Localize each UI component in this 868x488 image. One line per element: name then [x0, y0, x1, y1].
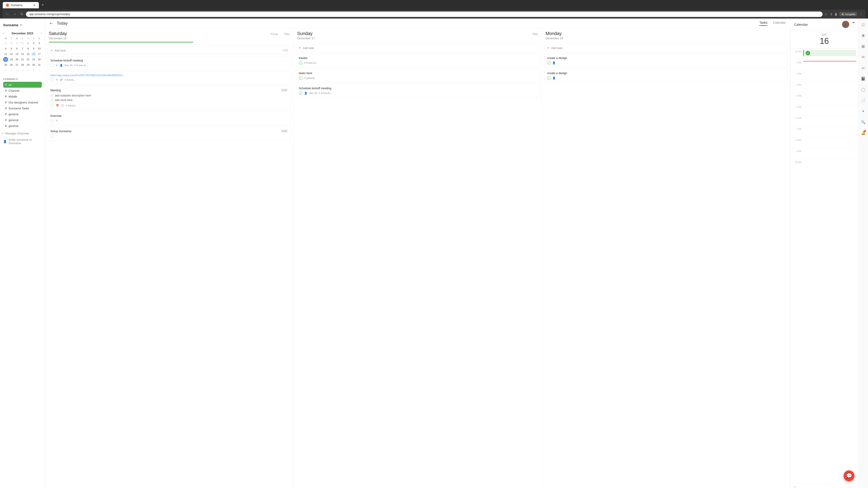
channel-item-general2[interactable]: # general [3, 117, 42, 123]
sync-icon[interactable]: ⇄ [860, 65, 866, 71]
mail-icon[interactable]: ✉ [860, 54, 866, 60]
invite-button[interactable]: 👤 Invite someone to Sunsama [0, 136, 45, 147]
grid-icon[interactable]: ◫ [860, 21, 866, 28]
channel-item-middle[interactable]: # Middle [3, 94, 42, 99]
cal-day-29om[interactable]: 29 [14, 41, 20, 46]
cal-day-10[interactable]: 10 [37, 46, 42, 51]
cal-day-12[interactable]: 12 [9, 52, 14, 57]
task-card-url[interactable]: https://app.asana.com/0/1206174676385119… [48, 71, 291, 84]
search-icon[interactable]: 🔍 [860, 119, 866, 125]
forward-button[interactable]: → [12, 11, 18, 17]
cal-day-7[interactable]: 7 [20, 46, 25, 51]
cal-day-8[interactable]: 8 [26, 46, 31, 51]
add-task-sunday[interactable]: + Add task [296, 44, 539, 52]
task-card-travels[interactable]: travels ✓ # Cross-fu... [296, 54, 539, 67]
task-card-tasks-here[interactable]: tasks here ✓ # general [296, 69, 539, 82]
cal-day-5-next[interactable]: 5 [26, 68, 31, 73]
task-check-schedule[interactable] [51, 64, 54, 67]
task-check-exercise[interactable] [51, 119, 54, 123]
tab-close-icon[interactable]: ✕ [33, 3, 36, 7]
bookmark-icon[interactable]: ☆ [825, 12, 828, 16]
tab-calendar[interactable]: Calendar [773, 21, 786, 26]
manage-channels-button[interactable]: + Manage Channels [0, 131, 45, 136]
task-card-design1[interactable]: create a design ✓ 👤 [544, 54, 788, 67]
cal-day-6[interactable]: 6 [14, 46, 20, 51]
plan-button-sunday[interactable]: Plan [532, 33, 538, 36]
cal-day-7-next[interactable]: 7 [37, 68, 42, 73]
cal-day-30[interactable]: 30 [31, 62, 36, 67]
panel-close-icon[interactable]: ⇥ [852, 21, 855, 28]
back-button[interactable]: ← [5, 11, 10, 17]
cal-day-25[interactable]: 25 [3, 62, 8, 67]
subtask-check-2[interactable]: ✓ [51, 98, 54, 102]
task-card-schedule-sunday[interactable]: Schedule kickoff meeting ✓ 👤 Dec 20 # Cr… [296, 84, 539, 97]
mini-cal-next-button[interactable]: › [41, 31, 42, 35]
task-card-exercise[interactable]: Exercise ↻ [48, 111, 291, 125]
task-card-design2[interactable]: create a design ✓ 👤 [544, 69, 788, 82]
collapse-left-button[interactable]: ⇤ [50, 21, 53, 26]
cal-day-1[interactable]: 1 [26, 41, 31, 46]
task-check-travels[interactable]: ✓ [299, 61, 303, 65]
cal-day-13[interactable]: 13 [14, 52, 20, 57]
add-event-button[interactable]: + [790, 483, 858, 488]
cal-day-6-next[interactable]: 6 [31, 68, 36, 73]
cal-day-5[interactable]: 5 [9, 46, 14, 51]
task-check-meeting[interactable] [51, 104, 54, 107]
fab-button[interactable]: 💬 [844, 470, 855, 481]
cal-day-3[interactable]: 3 [37, 41, 42, 46]
cal-day-27[interactable]: 27 [14, 62, 20, 67]
task-check-setup[interactable] [51, 134, 54, 138]
task-check-design1[interactable]: ✓ [547, 61, 551, 65]
cal-day-22[interactable]: 22 [26, 57, 31, 62]
cal-day-26[interactable]: 26 [9, 62, 14, 67]
cal-day-4-next[interactable]: 4 [20, 68, 25, 73]
cal-day-28om[interactable]: 28 [9, 41, 14, 46]
notification-icon[interactable]: 🔔 4 [860, 130, 866, 136]
channel-item-general3[interactable]: # general [3, 123, 42, 129]
cal-day-3-next[interactable]: 3 [14, 68, 20, 73]
channel-item-all[interactable]: # all [3, 82, 42, 88]
menu-icon[interactable]: ⋮ [860, 12, 863, 16]
cal-day-21[interactable]: 21 [20, 57, 25, 62]
cal-day-19[interactable]: 19 [9, 57, 14, 62]
cal-day-2[interactable]: 2 [31, 41, 36, 46]
cal-day-4[interactable]: 4 [3, 46, 8, 51]
cal-day-17[interactable]: 17 [37, 52, 42, 57]
url-bar[interactable]: app.sunsama.com/group/moodjoy [26, 11, 823, 17]
notebook-icon[interactable]: 📓 [860, 75, 866, 82]
focus-button[interactable]: Focus [271, 33, 278, 36]
task-card-meeting[interactable]: Meeting 0:15 ✓ add subtasks description … [48, 86, 291, 110]
reload-button[interactable]: ↻ [20, 11, 24, 17]
task-check-design2[interactable]: ✓ [547, 76, 551, 80]
table-icon[interactable]: ▦ [860, 43, 866, 49]
add-task-monday[interactable]: + Add task [544, 44, 788, 52]
cal-day-14[interactable]: 14 [20, 52, 25, 57]
cal-day-11[interactable]: 11 [3, 52, 8, 57]
add-task-saturday[interactable]: + Add task 0:55 [48, 46, 291, 55]
card-icon[interactable]: 📄 [860, 97, 866, 103]
plan-button[interactable]: Plan [284, 33, 290, 36]
tab-tasks[interactable]: Tasks [759, 21, 767, 26]
cal-day-9[interactable]: 9 [31, 46, 36, 51]
cal-day-20[interactable]: 20 [14, 57, 20, 62]
cal-day-16[interactable]: 16 [31, 52, 36, 57]
network-icon[interactable]: ◉ [860, 32, 866, 38]
task-card-schedule-kickoff[interactable]: Schedule kickoff meeting ↻ 👤 Dec 20 # Cr… [48, 56, 291, 70]
refresh-star-icon[interactable]: ✦ [860, 108, 866, 114]
channel-item-designers[interactable]: # Our designers channel [3, 99, 42, 105]
browser-tab[interactable]: Sunsama ✕ [3, 2, 39, 8]
cal-day-28[interactable]: 28 [20, 62, 25, 67]
cal-day-23[interactable]: 23 [31, 57, 36, 62]
cal-day-1-next[interactable]: 1 [3, 68, 8, 73]
cal-day-31[interactable]: 31 [37, 62, 42, 67]
cal-day-24[interactable]: 24 [37, 57, 42, 62]
channel-item-sunsama-tasks[interactable]: # Sunsama Tasks [3, 105, 42, 111]
cal-day-2-next[interactable]: 2 [9, 68, 14, 73]
cal-day-18[interactable]: 18 [3, 57, 8, 62]
today-button[interactable]: Today [57, 21, 68, 26]
cal-day-27om[interactable]: 27 [3, 41, 8, 46]
new-tab-button[interactable]: + [40, 2, 46, 8]
mini-cal-prev-button[interactable]: ‹ [3, 31, 4, 35]
user-avatar[interactable]: 👤 [842, 21, 849, 28]
cal-day-15[interactable]: 15 [26, 52, 31, 57]
